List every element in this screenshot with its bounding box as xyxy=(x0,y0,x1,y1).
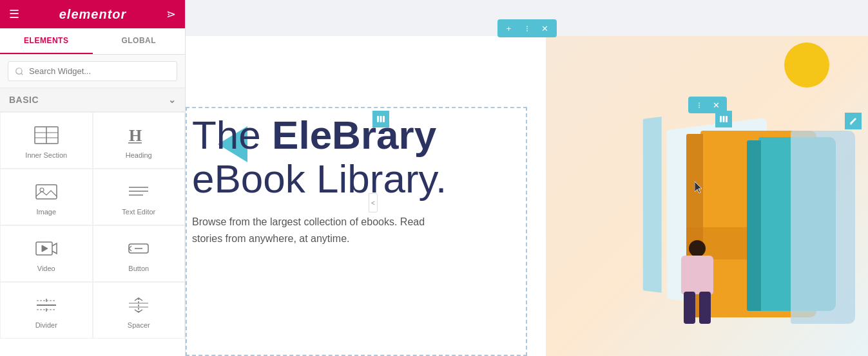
widget-button[interactable]: Button xyxy=(93,225,186,282)
button-icon xyxy=(126,238,151,259)
elementor-logo: elementor xyxy=(59,7,127,22)
search-input[interactable] xyxy=(8,61,177,81)
inner-move-btn[interactable]: ⁝ xyxy=(693,98,706,111)
panel-tabs: ELEMENTS GLOBAL xyxy=(0,28,185,55)
heading-area: The EleBrary eBook Library. Browse from … xyxy=(186,113,534,247)
widget-image[interactable]: Image xyxy=(0,169,93,225)
spacer-label: Spacer xyxy=(128,321,150,329)
widget-inner-section[interactable]: Inner Section xyxy=(0,112,93,169)
collapse-icon: ⌄ xyxy=(168,95,177,105)
widget-text-editor[interactable]: Text Editor xyxy=(93,169,186,225)
grid-icon[interactable]: ⋗ xyxy=(166,7,176,21)
widget-video[interactable]: Video xyxy=(0,225,93,282)
column-handle-right[interactable] xyxy=(715,111,732,127)
basic-section-label: BASIC xyxy=(9,95,39,105)
text-editor-label: Text Editor xyxy=(122,208,155,216)
svg-rect-21 xyxy=(377,116,379,122)
svg-rect-26 xyxy=(726,116,728,122)
svg-rect-6 xyxy=(36,185,57,199)
yellow-circle-decoration xyxy=(784,42,829,88)
top-bar: ☰ elementor ⋗ xyxy=(0,0,185,28)
inner-section-label: Inner Section xyxy=(25,151,67,159)
button-label: Button xyxy=(128,265,149,272)
tab-elements[interactable]: ELEMENTS xyxy=(0,28,93,54)
heading-line2: eBook Library. xyxy=(192,156,447,201)
left-panel: ☰ elementor ⋗ ELEMENTS GLOBAL BASIC ⌄ xyxy=(0,0,186,356)
main-heading: The EleBrary eBook Library. xyxy=(186,113,534,201)
svg-rect-25 xyxy=(723,116,725,122)
section-close-btn[interactable]: ✕ xyxy=(539,22,552,35)
canvas-content: The EleBrary eBook Library. Browse from … xyxy=(186,36,868,356)
tab-global[interactable]: GLOBAL xyxy=(93,28,186,54)
section-move-btn[interactable]: ⁝ xyxy=(521,22,534,35)
section-toolbar: + ⁝ ✕ xyxy=(497,19,557,37)
edit-handle[interactable] xyxy=(845,113,862,129)
column-handle-left[interactable] xyxy=(372,111,389,127)
heading-label: Heading xyxy=(126,151,152,159)
heading-icon: H xyxy=(126,124,151,146)
divider-icon xyxy=(34,294,59,316)
cursor xyxy=(695,182,704,194)
section-add-btn[interactable]: + xyxy=(503,22,516,35)
widget-spacer[interactable]: Spacer xyxy=(93,282,186,339)
hamburger-icon[interactable]: ☰ xyxy=(9,7,19,21)
inner-section-icon xyxy=(34,124,59,146)
search-wrapper xyxy=(0,55,185,88)
panel-expand-arrow[interactable]: < xyxy=(369,193,378,212)
image-label: Image xyxy=(36,208,56,216)
basic-section-header[interactable]: BASIC ⌄ xyxy=(0,88,185,112)
books-illustration xyxy=(546,36,868,356)
inner-close-btn[interactable]: ✕ xyxy=(709,98,722,111)
heading-text-the: The xyxy=(192,113,272,157)
spacer-icon xyxy=(126,294,151,316)
svg-marker-12 xyxy=(42,245,48,252)
divider-label: Divider xyxy=(35,321,57,329)
widget-divider[interactable]: Divider xyxy=(0,282,93,339)
canvas-area: The EleBrary eBook Library. Browse from … xyxy=(186,0,868,356)
heading-brand: EleBrary xyxy=(272,113,436,157)
sub-text: Browse from the largest collection of eb… xyxy=(186,214,456,247)
widget-heading[interactable]: H Heading xyxy=(93,112,186,169)
svg-text:H: H xyxy=(129,126,142,145)
video-label: Video xyxy=(37,265,55,272)
svg-rect-24 xyxy=(720,116,722,122)
text-editor-icon xyxy=(126,181,151,203)
svg-rect-22 xyxy=(380,116,382,122)
widget-grid: Inner Section H Heading Image xyxy=(0,112,185,339)
image-icon xyxy=(34,181,59,203)
svg-rect-23 xyxy=(383,116,385,122)
video-icon xyxy=(34,238,59,259)
